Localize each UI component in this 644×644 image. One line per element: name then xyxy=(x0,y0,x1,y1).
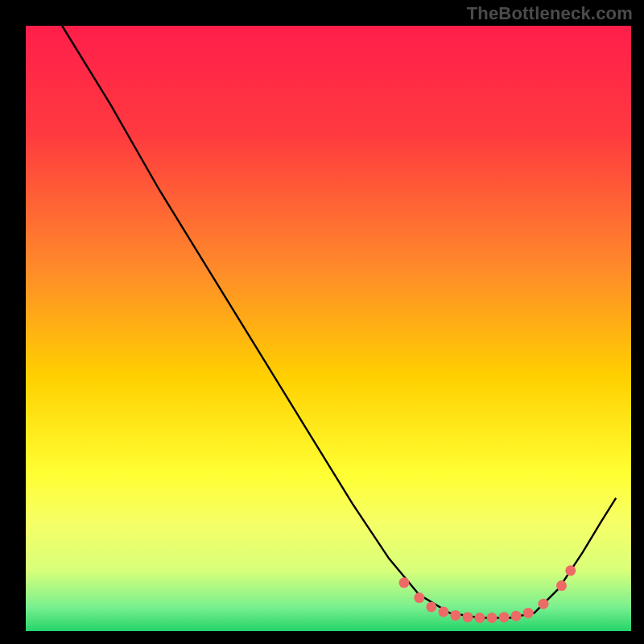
data-marker xyxy=(523,608,534,618)
chart-frame: TheBottleneck.com xyxy=(0,0,644,644)
plot-area xyxy=(26,26,631,631)
data-marker xyxy=(487,613,497,623)
data-marker xyxy=(438,606,448,617)
data-marker xyxy=(426,601,436,612)
data-marker xyxy=(499,612,510,622)
data-marker xyxy=(399,577,410,588)
data-marker xyxy=(475,613,485,623)
data-marker xyxy=(556,580,567,591)
data-marker xyxy=(565,565,576,576)
data-marker xyxy=(450,610,460,621)
data-marker xyxy=(511,611,522,621)
chart-canvas xyxy=(0,0,644,644)
data-marker xyxy=(463,612,473,622)
data-marker xyxy=(414,592,424,603)
data-marker xyxy=(539,599,549,609)
